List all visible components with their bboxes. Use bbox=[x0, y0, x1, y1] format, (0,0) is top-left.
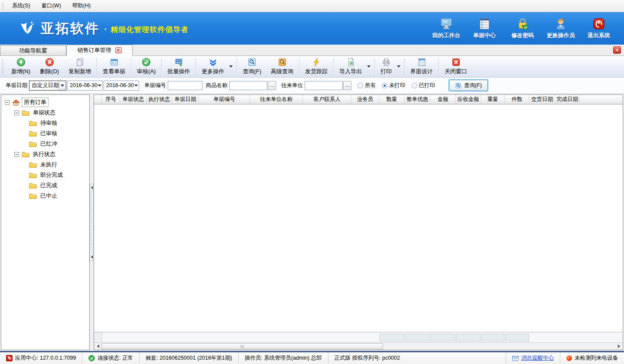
copy-new-button[interactable]: 复制新增 bbox=[64, 56, 96, 77]
menubar-grip-handle[interactable] bbox=[2, 3, 3, 10]
tree-node-label: 已中止 bbox=[39, 192, 59, 200]
tree-node-audited[interactable]: 已审核 bbox=[2, 128, 88, 139]
more-actions-dropdown[interactable] bbox=[229, 56, 236, 77]
close-window-button[interactable]: 关闭窗口 bbox=[440, 56, 472, 77]
order-no-input[interactable] bbox=[168, 81, 202, 90]
date-to-picker[interactable]: 2016-06-30 bbox=[104, 81, 139, 91]
column-header-salesman[interactable]: 业务员 bbox=[351, 95, 379, 104]
print-button[interactable]: 打印 bbox=[376, 56, 396, 77]
status-connection: 连接状态: 正常 bbox=[82, 352, 140, 364]
folder-icon bbox=[29, 130, 37, 137]
scroll-right-icon[interactable] bbox=[615, 343, 622, 350]
column-header-doc-status[interactable]: 单据状态 bbox=[120, 95, 147, 104]
close-all-tabs-icon[interactable]: ✕ bbox=[613, 46, 621, 54]
summary-total-amount bbox=[431, 334, 455, 341]
column-header-qty[interactable]: 数量 bbox=[379, 95, 405, 104]
tree-node-terminated[interactable]: 已中止 bbox=[2, 191, 88, 201]
workbench-label: 我的工作台 bbox=[432, 32, 461, 39]
status-device-text: 未检测到来电设备 bbox=[575, 354, 618, 362]
brand-logo-icon bbox=[17, 19, 36, 38]
tree-node-completed[interactable]: 已完成 bbox=[2, 180, 88, 191]
tree-node-doc-status[interactable]: 单据状态 bbox=[2, 107, 88, 118]
view-document-button[interactable]: 查看单据 bbox=[98, 56, 130, 77]
partner-input[interactable] bbox=[305, 81, 343, 90]
switch-operator-button[interactable]: 更换操作员 bbox=[542, 17, 580, 39]
status-operator-text: 操作员: 系统管理员(admin) 总部 bbox=[245, 354, 322, 362]
column-header-contact[interactable]: 客户联系人 bbox=[303, 95, 351, 104]
tree-node-label: 待审核 bbox=[39, 119, 59, 127]
batch-operation-button[interactable]: 批量操作 bbox=[162, 56, 195, 77]
column-header-pieces[interactable]: 件数 bbox=[505, 95, 530, 104]
message-center-link[interactable]: 消息提醒中心 bbox=[521, 354, 554, 362]
collapse-expander-icon[interactable] bbox=[14, 110, 19, 115]
change-password-button[interactable]: 修改密码 bbox=[504, 17, 542, 39]
table-summary-row bbox=[94, 332, 623, 342]
column-header-exec-status[interactable]: 执行状态 bbox=[147, 95, 172, 104]
toolbar-grip-handle[interactable] bbox=[2, 59, 3, 74]
column-header-doc-no[interactable]: 单据编号 bbox=[199, 95, 250, 104]
column-header-partner[interactable]: 往来单位名称 bbox=[250, 95, 303, 104]
device-alert-icon bbox=[566, 355, 572, 361]
print-filter-unprinted[interactable]: 未打印 bbox=[382, 82, 406, 89]
collapse-expander-icon[interactable] bbox=[5, 100, 10, 105]
delete-button[interactable]: 删除(D) bbox=[35, 56, 64, 77]
date-from-picker[interactable]: 2016-06-30 bbox=[67, 81, 103, 91]
menu-help[interactable]: 帮助(H) bbox=[67, 1, 96, 11]
scrollbar-thumb[interactable] bbox=[101, 343, 383, 349]
new-button[interactable]: 新增(N) bbox=[6, 56, 35, 77]
menu-window[interactable]: 窗口(W) bbox=[36, 1, 67, 11]
splitter-collapse-handle[interactable] bbox=[90, 184, 94, 261]
print-filter-printed-label: 已打印 bbox=[419, 82, 436, 89]
product-lookup-button[interactable]: … bbox=[268, 81, 276, 90]
print-filter-printed[interactable]: 已打印 bbox=[412, 82, 436, 89]
menu-system[interactable]: 系统(S) bbox=[6, 1, 36, 11]
query-button[interactable]: 查询(F) bbox=[238, 56, 266, 77]
import-export-dropdown[interactable] bbox=[367, 56, 374, 77]
summary-cell bbox=[172, 334, 199, 341]
filter-query-button[interactable]: 查询(F) bbox=[449, 80, 488, 91]
status-message-center[interactable]: 消息提醒中心 bbox=[506, 352, 560, 364]
print-dropdown[interactable] bbox=[396, 56, 403, 77]
date-type-select[interactable]: 自定义日期 bbox=[29, 81, 66, 91]
tree-node-label: 部分完成 bbox=[39, 171, 65, 179]
chevron-down-icon bbox=[397, 65, 400, 68]
product-name-input[interactable] bbox=[229, 81, 267, 90]
horizontal-scrollbar[interactable] bbox=[94, 342, 623, 350]
doc-center-button[interactable]: 单据中心 bbox=[465, 17, 504, 39]
panel-splitter[interactable] bbox=[90, 94, 94, 351]
tree-node-partial-done[interactable]: 部分完成 bbox=[2, 170, 88, 180]
print-button-label: 打印 bbox=[380, 68, 392, 75]
collapse-expander-icon[interactable] bbox=[14, 152, 19, 157]
more-actions-button[interactable]: 更多操作 bbox=[197, 56, 229, 77]
workbench-button[interactable]: 我的工作台 bbox=[427, 17, 465, 39]
shipment-tracking-button[interactable]: 发货跟踪 bbox=[300, 56, 332, 77]
column-header-weight[interactable]: 重量 bbox=[481, 95, 505, 104]
delete-icon bbox=[45, 58, 54, 67]
column-header-finish-date[interactable]: 完成日期 bbox=[555, 95, 580, 104]
tree-node-not-executed[interactable]: 未执行 bbox=[2, 159, 88, 170]
exit-system-button[interactable]: 退出系统 bbox=[580, 17, 618, 39]
import-export-button[interactable]: 导入导出 bbox=[335, 56, 367, 77]
tree-node-pending-audit[interactable]: 待审核 bbox=[2, 118, 88, 128]
column-header-seq[interactable]: 序号 bbox=[102, 95, 120, 104]
scroll-left-icon[interactable] bbox=[94, 343, 101, 350]
tree-node-reversed[interactable]: 已红冲 bbox=[2, 139, 88, 149]
home-icon bbox=[12, 99, 20, 106]
tree-node-exec-status[interactable]: 执行状态 bbox=[2, 149, 88, 159]
column-header-doc-date[interactable]: 单据日期 bbox=[172, 95, 199, 104]
column-header-receivable[interactable]: 应收金额 bbox=[456, 95, 481, 104]
tree-node-all-orders[interactable]: 所有订单 bbox=[2, 97, 88, 107]
toolbar-separator bbox=[374, 58, 375, 75]
tab-close-icon[interactable]: ✕ bbox=[115, 47, 122, 53]
column-header-discount[interactable]: 整单优惠 bbox=[405, 95, 430, 104]
column-header-amount[interactable]: 金额 bbox=[430, 95, 456, 104]
print-filter-all[interactable]: 所有 bbox=[358, 82, 376, 89]
audit-button[interactable]: 审核(A) bbox=[132, 56, 160, 77]
column-header-delivery-date[interactable]: 交货日期 bbox=[530, 95, 555, 104]
advanced-query-button[interactable]: 高级查询 bbox=[266, 56, 298, 77]
partner-lookup-button[interactable]: … bbox=[343, 81, 351, 90]
switch-operator-label: 更换操作员 bbox=[547, 32, 575, 39]
tab-sales-order[interactable]: 销售订单管理 ✕ bbox=[66, 45, 133, 56]
tab-function-nav[interactable]: 功能导航窗 bbox=[0, 46, 66, 55]
ui-design-button[interactable]: 界面设计 bbox=[406, 56, 438, 77]
